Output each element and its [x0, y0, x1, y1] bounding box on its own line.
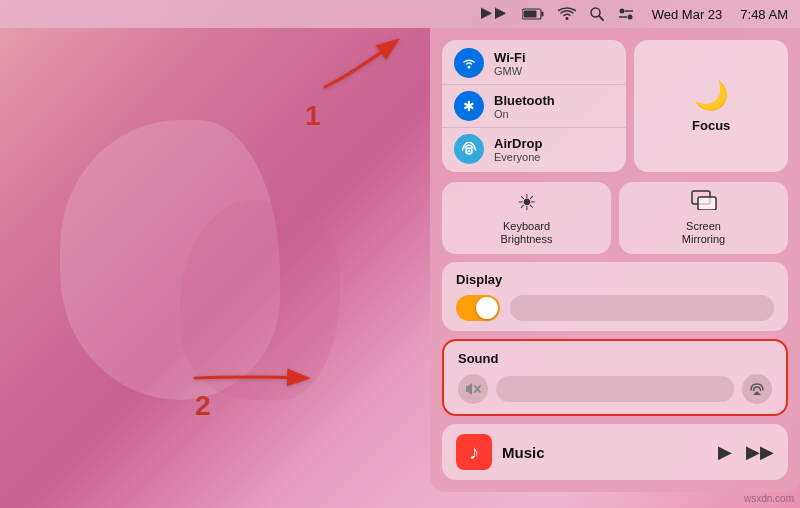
wifi-sublabel: GMW	[494, 65, 526, 77]
bluetooth-sublabel: On	[494, 108, 555, 120]
control-center-panel: Wi-Fi GMW ✱ Bluetooth On	[430, 28, 800, 492]
step2-label: 2	[195, 390, 211, 422]
svg-rect-2	[523, 11, 536, 18]
airdrop-icon	[454, 134, 484, 164]
svg-point-10	[468, 66, 471, 69]
svg-rect-1	[541, 12, 543, 17]
sound-section: Sound	[442, 339, 788, 416]
wifi-text: Wi-Fi GMW	[494, 50, 526, 77]
sound-volume-slider[interactable]	[496, 376, 734, 402]
watermark: wsxdn.com	[744, 493, 794, 504]
menubar: ⯈⯈	[0, 0, 800, 28]
display-toggle-row	[456, 295, 774, 321]
search-icon[interactable]	[590, 7, 604, 21]
focus-label: Focus	[692, 118, 730, 133]
menubar-datetime: Wed Mar 23	[652, 7, 723, 22]
wifi-item[interactable]: Wi-Fi GMW	[454, 48, 614, 78]
svg-rect-14	[698, 197, 716, 210]
music-controls: ▶ ▶▶	[718, 441, 774, 463]
screen-mirroring-block[interactable]: Screen Mirroring	[619, 182, 788, 254]
screen-mirroring-icon	[691, 190, 717, 216]
airdrop-name: AirDrop	[494, 136, 542, 151]
step1-label: 1	[305, 100, 321, 132]
keyboard-brightness-label: Keyboard Brightness	[501, 220, 553, 246]
sound-title: Sound	[458, 351, 772, 366]
desktop: ⯈⯈	[0, 0, 800, 508]
svg-line-5	[599, 16, 603, 20]
focus-moon-icon: 🌙	[694, 79, 729, 112]
bluetooth-item[interactable]: ✱ Bluetooth On	[454, 91, 614, 121]
wifi-name: Wi-Fi	[494, 50, 526, 65]
music-section: ♪ Music ▶ ▶▶	[442, 424, 788, 480]
second-row: ☀︎ Keyboard Brightness Screen Mirroring	[442, 182, 788, 254]
divider-1	[442, 84, 626, 85]
music-play-button[interactable]: ▶	[718, 441, 732, 463]
toggle-knob	[476, 297, 498, 319]
airdrop-sublabel: Everyone	[494, 151, 542, 163]
wifi-conn-icon	[454, 48, 484, 78]
music-app-icon: ♪	[456, 434, 492, 470]
svg-point-12	[468, 150, 471, 153]
top-row: Wi-Fi GMW ✱ Bluetooth On	[442, 40, 788, 172]
svg-point-3	[565, 17, 568, 20]
airplay-icon[interactable]	[742, 374, 772, 404]
arrow-1	[315, 32, 435, 92]
extensions-icon[interactable]: ⯈⯈	[480, 6, 508, 22]
menubar-time: 7:48 AM	[740, 7, 788, 22]
mute-icon[interactable]	[458, 374, 488, 404]
bluetooth-icon: ✱	[454, 91, 484, 121]
airdrop-text: AirDrop Everyone	[494, 136, 542, 163]
bluetooth-text: Bluetooth On	[494, 93, 555, 120]
keyboard-brightness-block[interactable]: ☀︎ Keyboard Brightness	[442, 182, 611, 254]
music-skip-button[interactable]: ▶▶	[746, 441, 774, 463]
screen-mirroring-label: Screen Mirroring	[682, 220, 725, 246]
display-toggle[interactable]	[456, 295, 500, 321]
display-section: Display	[442, 262, 788, 331]
divider-2	[442, 127, 626, 128]
display-title: Display	[456, 272, 774, 287]
focus-block[interactable]: 🌙 Focus	[634, 40, 788, 172]
bluetooth-name: Bluetooth	[494, 93, 555, 108]
wifi-icon[interactable]	[558, 7, 576, 21]
svg-point-6	[619, 9, 624, 14]
control-center-icon[interactable]	[618, 7, 634, 21]
airdrop-item[interactable]: AirDrop Everyone	[454, 134, 614, 164]
svg-point-8	[627, 15, 632, 20]
keyboard-brightness-icon: ☀︎	[517, 190, 537, 216]
sound-row	[458, 374, 772, 404]
display-brightness-slider[interactable]	[510, 295, 774, 321]
music-label: Music	[502, 444, 708, 461]
connectivity-block: Wi-Fi GMW ✱ Bluetooth On	[442, 40, 626, 172]
battery-icon[interactable]	[522, 8, 544, 20]
